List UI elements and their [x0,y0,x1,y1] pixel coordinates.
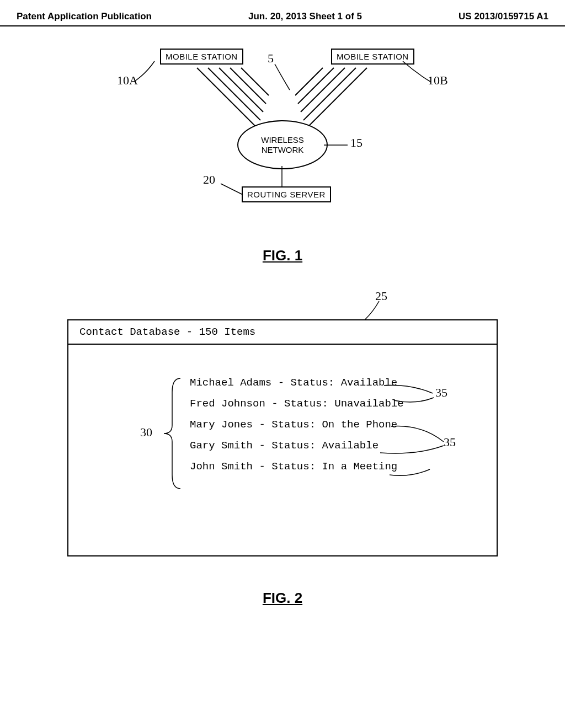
wireless-network-cloud: WIRELESS NETWORK [237,120,326,167]
leader-5-svg [270,60,298,93]
leader-20-svg [218,181,246,197]
page-header: Patent Application Publication Jun. 20, … [0,0,565,26]
mobile-station-a-box: MOBILE STATION [160,49,243,65]
ref-30: 30 [140,425,152,440]
ref-10b: 10B [428,73,448,88]
wireless-network-label: WIRELESS NETWORK [261,135,304,155]
ref-10a: 10A [117,73,138,88]
routing-server-label: ROUTING SERVER [247,190,326,199]
ref-15: 15 [350,136,363,150]
mobile-station-b-label: MOBILE STATION [337,52,409,61]
mobile-station-a-label: MOBILE STATION [166,52,238,61]
brace-30-icon [161,376,183,491]
figure-1: MOBILE STATION 10A MOBILE STATION 10B 5 … [0,43,565,231]
leader-35b-svg [383,395,438,417]
leader-15-svg [323,140,350,151]
header-left: Patent Application Publication [17,11,152,22]
window-title: Contact Database - 150 Items [79,326,255,338]
figure-2: 25 Contact Database - 150 Items Michael … [67,319,498,556]
header-right: US 2013/0159715 A1 [459,11,548,22]
leader-35d-svg [377,445,449,469]
fig2-caption: FIG. 2 [0,590,565,607]
leader-35e-svg [388,467,433,489]
fig1-caption: FIG. 1 [0,247,565,264]
ref-20: 20 [203,173,215,187]
leader-25-svg [363,300,390,322]
routing-server-box: ROUTING SERVER [242,186,331,202]
window-titlebar: Contact Database - 150 Items [68,320,497,345]
contact-window: Contact Database - 150 Items Michael Ada… [67,319,498,556]
connector-line [279,166,285,188]
header-center: Jun. 20, 2013 Sheet 1 of 5 [248,11,362,22]
